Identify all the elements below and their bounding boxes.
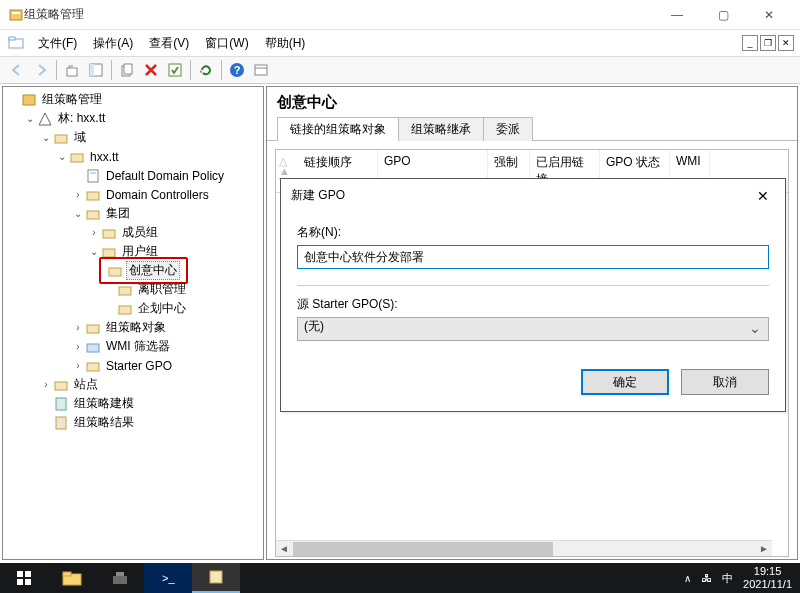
maximize-button[interactable]: ▢ <box>700 0 746 30</box>
svg-rect-35 <box>25 579 31 585</box>
svg-text:>_: >_ <box>162 572 175 584</box>
svg-rect-0 <box>10 10 22 20</box>
menu-icon <box>8 35 24 51</box>
task-powershell[interactable]: >_ <box>144 563 192 593</box>
tab-inheritance[interactable]: 组策略继承 <box>398 117 484 141</box>
cancel-button[interactable]: 取消 <box>681 369 769 395</box>
svg-rect-29 <box>55 382 67 390</box>
svg-rect-42 <box>210 571 222 583</box>
svg-rect-8 <box>124 64 132 74</box>
tree-wmi[interactable]: ›WMI 筛选器 <box>3 337 263 356</box>
svg-rect-15 <box>55 135 67 143</box>
minimize-button[interactable]: — <box>654 0 700 30</box>
svg-rect-20 <box>87 211 99 219</box>
menu-bar: 文件(F) 操作(A) 查看(V) 窗口(W) 帮助(H) _ ❐ ✕ <box>0 30 800 56</box>
tree-dc[interactable]: ›Domain Controllers <box>3 185 263 204</box>
svg-rect-12 <box>255 65 267 75</box>
svg-rect-30 <box>56 398 66 410</box>
svg-rect-17 <box>88 170 98 182</box>
source-starter-select[interactable]: (无) <box>297 317 769 341</box>
tree-forest[interactable]: ⌄林: hxx.tt <box>3 109 263 128</box>
svg-rect-4 <box>67 68 77 76</box>
name-label: 名称(N): <box>297 224 769 241</box>
tray-network-icon[interactable]: 🖧 <box>701 572 712 584</box>
app-icon <box>8 7 24 23</box>
svg-rect-32 <box>17 571 23 577</box>
svg-rect-3 <box>9 37 15 40</box>
tree-pane[interactable]: 组策略管理 ⌄林: hxx.tt ⌄域 ⌄hxx.tt Default Doma… <box>2 86 264 560</box>
tab-delegation[interactable]: 委派 <box>483 117 533 141</box>
tree-sites[interactable]: ›站点 <box>3 375 263 394</box>
properties-button[interactable] <box>164 59 186 81</box>
dialog-close-button[interactable]: ✕ <box>751 188 775 204</box>
delete-button[interactable] <box>140 59 162 81</box>
options-button[interactable] <box>250 59 272 81</box>
task-gpmc[interactable] <box>192 563 240 593</box>
svg-rect-34 <box>17 579 23 585</box>
svg-rect-25 <box>119 306 131 314</box>
menu-file[interactable]: 文件(F) <box>30 32 85 55</box>
svg-rect-22 <box>103 249 115 257</box>
tray-clock[interactable]: 19:15 2021/11/1 <box>743 565 792 591</box>
dialog-title: 新建 GPO <box>291 187 751 204</box>
svg-rect-19 <box>87 192 99 200</box>
ok-button[interactable]: 确定 <box>581 369 669 395</box>
svg-rect-16 <box>71 154 83 162</box>
svg-rect-27 <box>87 344 99 352</box>
horizontal-scrollbar[interactable]: ◄► <box>276 540 772 556</box>
new-gpo-dialog: 新建 GPO ✕ 名称(N): 源 Starter GPO(S): (无) 确定… <box>280 178 786 412</box>
svg-rect-21 <box>103 230 115 238</box>
svg-rect-23 <box>109 268 121 276</box>
up-button[interactable] <box>61 59 83 81</box>
window-titlebar: 组策略管理 — ▢ ✕ <box>0 0 800 30</box>
tab-linked-gpo[interactable]: 链接的组策略对象 <box>277 117 399 141</box>
tree-ddp[interactable]: Default Domain Policy <box>3 166 263 185</box>
close-button[interactable]: ✕ <box>746 0 792 30</box>
tree-root[interactable]: 组策略管理 <box>3 90 263 109</box>
forward-button[interactable] <box>30 59 52 81</box>
mdi-minimize[interactable]: _ <box>742 35 758 51</box>
tree-group[interactable]: ⌄集团 <box>3 204 263 223</box>
tree-domain[interactable]: ⌄hxx.tt <box>3 147 263 166</box>
help-button[interactable]: ? <box>226 59 248 81</box>
show-hide-tree-button[interactable] <box>85 59 107 81</box>
menu-view[interactable]: 查看(V) <box>141 32 197 55</box>
svg-rect-31 <box>56 417 66 429</box>
copy-button[interactable] <box>116 59 138 81</box>
source-label: 源 Starter GPO(S): <box>297 296 769 313</box>
task-server-manager[interactable] <box>96 563 144 593</box>
svg-rect-24 <box>119 287 131 295</box>
svg-rect-39 <box>116 572 124 576</box>
tree-creative[interactable]: 创意中心 <box>3 261 263 280</box>
start-button[interactable] <box>0 563 48 593</box>
svg-rect-1 <box>12 12 20 14</box>
svg-rect-18 <box>90 172 96 174</box>
svg-rect-14 <box>23 95 35 105</box>
tray-ime-indicator[interactable]: 中 <box>722 571 733 586</box>
system-tray: ∧ 🖧 中 19:15 2021/11/1 <box>684 565 800 591</box>
tree-gpoobj[interactable]: ›组策略对象 <box>3 318 263 337</box>
svg-text:?: ? <box>234 64 241 76</box>
refresh-button[interactable] <box>195 59 217 81</box>
tree-domains[interactable]: ⌄域 <box>3 128 263 147</box>
menu-help[interactable]: 帮助(H) <box>257 32 314 55</box>
window-title: 组策略管理 <box>24 6 654 23</box>
svg-rect-26 <box>87 325 99 333</box>
tree-modeling[interactable]: 组策略建模 <box>3 394 263 413</box>
svg-rect-28 <box>87 363 99 371</box>
menu-action[interactable]: 操作(A) <box>85 32 141 55</box>
toolbar: ? <box>0 56 800 84</box>
tree-enterprise[interactable]: 企划中心 <box>3 299 263 318</box>
tree-results[interactable]: 组策略结果 <box>3 413 263 432</box>
menu-window[interactable]: 窗口(W) <box>197 32 256 55</box>
name-input[interactable] <box>297 245 769 269</box>
mdi-restore[interactable]: ❐ <box>760 35 776 51</box>
task-explorer[interactable] <box>48 563 96 593</box>
back-button[interactable] <box>6 59 28 81</box>
tree-starter[interactable]: ›Starter GPO <box>3 356 263 375</box>
mdi-close[interactable]: ✕ <box>778 35 794 51</box>
taskbar: >_ ∧ 🖧 中 19:15 2021/11/1 <box>0 563 800 593</box>
tray-chevron-icon[interactable]: ∧ <box>684 573 691 584</box>
tree-members[interactable]: ›成员组 <box>3 223 263 242</box>
svg-rect-33 <box>25 571 31 577</box>
